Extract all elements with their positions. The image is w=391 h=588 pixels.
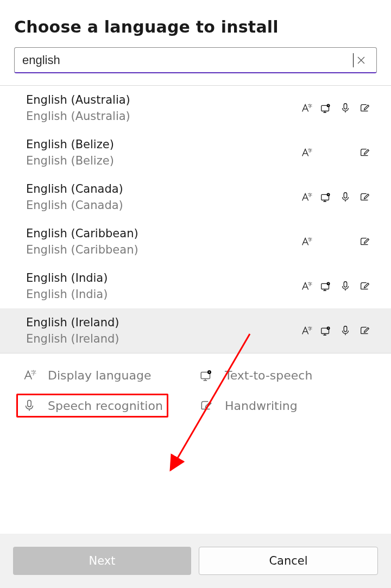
language-list: English (Australia)English (Australia)字E… (0, 86, 391, 353)
text-to-speech-icon (319, 324, 332, 337)
display-language-icon: 字 (300, 191, 313, 204)
dialog-footer: Next Cancel (0, 534, 391, 588)
handwriting-icon (358, 235, 371, 248)
display-language-icon: 字 (300, 235, 313, 248)
language-item[interactable]: English (Belize)English (Belize)字 (0, 130, 391, 175)
next-button[interactable]: Next (13, 547, 191, 575)
handwriting-icon (199, 398, 214, 413)
svg-rect-13 (344, 282, 347, 287)
language-item[interactable]: English (Canada)English (Canada)字 (0, 175, 391, 219)
language-text: English (Belize)English (Belize) (26, 138, 282, 167)
speech-recognition-icon (339, 324, 352, 337)
language-primary-label: English (Canada) (26, 182, 282, 195)
language-primary-label: English (Belize) (26, 138, 282, 151)
speech-recognition-icon (339, 191, 352, 204)
language-primary-label: English (Ireland) (26, 316, 282, 329)
legend-text-to-speech: Text-to-speech (199, 368, 369, 383)
language-primary-label: English (Australia) (26, 93, 282, 106)
svg-text:字: 字 (31, 370, 36, 376)
handwriting-icon (358, 324, 371, 337)
svg-rect-21 (28, 400, 31, 407)
language-native-label: English (Caribbean) (26, 243, 282, 256)
language-item[interactable]: English (Australia)English (Australia)字 (0, 86, 391, 130)
display-language-icon: 字 (300, 324, 313, 337)
svg-text:字: 字 (308, 326, 312, 331)
language-native-label: English (Belize) (26, 154, 282, 167)
dialog-header: Choose a language to install (0, 0, 391, 47)
feature-icons: 字 (291, 191, 371, 204)
legend-display-language: 字 Display language (22, 368, 192, 383)
language-text: English (India)English (India) (26, 271, 282, 301)
svg-text:字: 字 (308, 192, 312, 198)
legend: 字 Display language Text-to-speech Speech… (0, 353, 391, 427)
text-to-speech-icon (199, 368, 214, 383)
speech-recognition-icon (339, 280, 352, 293)
language-text: English (Caribbean)English (Caribbean) (26, 227, 282, 256)
language-text: English (Canada)English (Canada) (26, 182, 282, 212)
language-text: English (Ireland)English (Ireland) (26, 316, 282, 345)
language-item[interactable]: English (India)English (India)字 (0, 264, 391, 308)
text-to-speech-icon (319, 235, 332, 248)
search-wrap (0, 47, 391, 85)
feature-icons: 字 (291, 235, 371, 248)
svg-text:字: 字 (308, 237, 312, 242)
feature-icons: 字 (291, 280, 371, 293)
language-native-label: English (India) (26, 288, 282, 301)
annotation-highlight: Speech recognition (16, 394, 168, 418)
svg-text:字: 字 (308, 148, 312, 153)
search-box[interactable] (14, 47, 377, 73)
language-primary-label: English (India) (26, 271, 282, 284)
cancel-button[interactable]: Cancel (199, 547, 378, 575)
svg-rect-3 (344, 104, 347, 109)
speech-recognition-icon (22, 398, 37, 413)
svg-text:字: 字 (308, 281, 312, 287)
handwriting-icon (358, 280, 371, 293)
language-item[interactable]: English (Caribbean)English (Caribbean)字 (0, 219, 391, 264)
legend-handwriting: Handwriting (199, 398, 369, 413)
display-language-icon: 字 (300, 102, 313, 115)
language-native-label: English (Ireland) (26, 332, 282, 345)
language-text: English (Australia)English (Australia) (26, 93, 282, 123)
svg-text:字: 字 (308, 103, 312, 109)
text-to-speech-icon (319, 191, 332, 204)
choose-language-dialog: Choose a language to install English (Au… (0, 0, 391, 588)
close-icon (357, 56, 365, 65)
feature-icons: 字 (291, 324, 371, 337)
page-title: Choose a language to install (14, 17, 377, 36)
handwriting-icon (358, 102, 371, 115)
text-to-speech-icon (319, 102, 332, 115)
speech-recognition-icon (339, 235, 352, 248)
svg-rect-17 (344, 326, 347, 332)
text-to-speech-icon (319, 280, 332, 293)
legend-label: Text-to-speech (225, 369, 312, 382)
display-language-icon: 字 (22, 368, 37, 383)
language-native-label: English (Australia) (26, 110, 282, 123)
handwriting-icon (358, 146, 371, 159)
clear-search-button[interactable] (354, 53, 369, 68)
speech-recognition-icon (339, 146, 352, 159)
legend-speech-recognition: Speech recognition (22, 398, 192, 413)
text-to-speech-icon (319, 146, 332, 159)
feature-icons: 字 (291, 102, 371, 115)
display-language-icon: 字 (300, 146, 313, 159)
search-input[interactable] (22, 53, 354, 67)
language-primary-label: English (Caribbean) (26, 227, 282, 240)
feature-icons: 字 (291, 146, 371, 159)
legend-label: Handwriting (225, 399, 298, 413)
legend-label: Display language (48, 369, 152, 382)
speech-recognition-icon (339, 102, 352, 115)
svg-rect-8 (344, 193, 347, 198)
handwriting-icon (358, 191, 371, 204)
language-native-label: English (Canada) (26, 199, 282, 212)
display-language-icon: 字 (300, 280, 313, 293)
legend-label: Speech recognition (48, 399, 163, 413)
language-item[interactable]: English (Ireland)English (Ireland)字 (0, 308, 391, 353)
